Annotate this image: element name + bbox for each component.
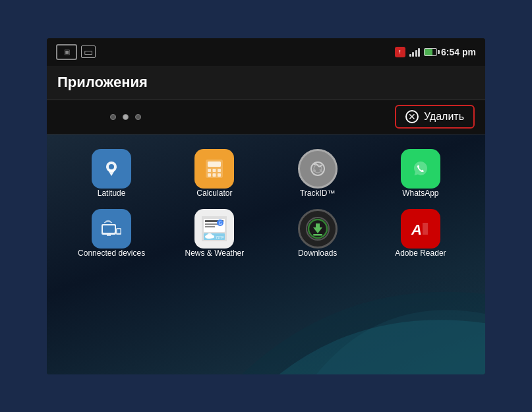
trackid-icon: [298, 149, 338, 189]
svg-rect-11: [218, 173, 221, 177]
downloads-icon: [298, 209, 338, 249]
svg-rect-7: [213, 169, 216, 172]
app-adobe-reader[interactable]: A Adobe Reader: [369, 202, 472, 263]
app-whatsapp[interactable]: WhatsApp: [369, 142, 472, 203]
news-weather-label: News & Weather: [185, 249, 244, 259]
svg-rect-25: [205, 226, 215, 227]
whatsapp-label: WhatsApp: [402, 189, 438, 199]
news-weather-icon-svg: G 72°F: [202, 216, 227, 241]
signal-bar-3: [415, 50, 417, 57]
status-left-icons: ▣ ▭: [56, 44, 96, 60]
phone-screen: ▣ ▭ ! 6:54 pm Приложения: [47, 38, 485, 374]
svg-point-12: [311, 162, 324, 175]
adobe-reader-icon-svg: A: [408, 216, 433, 241]
delete-label: Удалить: [424, 111, 464, 123]
svg-point-31: [209, 235, 214, 239]
notification-icon: !: [395, 47, 405, 57]
delete-button[interactable]: ✕ Удалить: [395, 105, 475, 129]
downloads-label: Downloads: [298, 249, 337, 259]
app-downloads[interactable]: Downloads: [266, 202, 369, 263]
dot-2[interactable]: [123, 114, 129, 120]
toolbar: ✕ Удалить: [47, 100, 485, 134]
connected-devices-icon: [92, 209, 131, 249]
latitude-icon: [92, 149, 131, 189]
dot-3[interactable]: [135, 114, 141, 120]
downloads-icon-svg: [305, 216, 330, 241]
whatsapp-icon-svg: [408, 156, 433, 181]
app-latitude[interactable]: Latitude: [60, 142, 163, 203]
connected-devices-icon-svg: [99, 216, 124, 241]
time-display: 6:54 pm: [441, 47, 476, 57]
photo-icon: ▣: [56, 44, 77, 60]
adobe-reader-label: Adobe Reader: [395, 249, 446, 259]
app-grid-area: Latitude Calculator: [47, 134, 485, 374]
svg-rect-36: [313, 234, 322, 236]
app-trackid[interactable]: TrackID™: [266, 142, 369, 203]
latitude-label: Latitude: [98, 189, 126, 199]
signal-bar-1: [409, 54, 411, 57]
svg-point-14: [313, 169, 316, 172]
svg-text:72°F: 72°F: [216, 235, 224, 239]
trackid-icon-svg: [305, 156, 330, 181]
calculator-icon: [194, 149, 234, 189]
app-news-weather[interactable]: G 72°F News & Weather: [163, 202, 266, 263]
svg-rect-17: [103, 225, 115, 233]
svg-rect-8: [218, 169, 221, 172]
whatsapp-icon: [401, 149, 440, 189]
svg-rect-10: [213, 173, 216, 177]
signal-bar-4: [418, 48, 420, 57]
delete-circle-icon: ✕: [405, 110, 419, 123]
app-grid: Latitude Calculator: [47, 134, 485, 268]
svg-rect-20: [117, 229, 121, 233]
svg-rect-18: [107, 235, 111, 236]
app-calculator[interactable]: Calculator: [163, 142, 266, 203]
news-weather-icon: G 72°F: [194, 209, 234, 249]
battery-icon: [424, 48, 437, 56]
title-bar: Приложения: [47, 66, 485, 100]
signal-icon: [409, 47, 421, 57]
svg-rect-6: [208, 169, 211, 172]
svg-marker-3: [107, 169, 115, 176]
svg-rect-24: [205, 223, 218, 225]
tablet-icon: ▭: [81, 45, 96, 58]
svg-rect-9: [208, 173, 211, 177]
status-bar: ▣ ▭ ! 6:54 pm: [47, 38, 485, 66]
trackid-label: TrackID™: [300, 189, 336, 199]
signal-bar-2: [412, 52, 414, 57]
svg-text:G: G: [219, 221, 222, 225]
page-title: Приложения: [57, 74, 148, 91]
battery-fill: [425, 49, 432, 55]
svg-text:A: A: [411, 221, 422, 238]
latitude-icon-svg: [99, 156, 124, 181]
page-dots: [110, 114, 141, 120]
status-right-icons: ! 6:54 pm: [395, 47, 476, 57]
svg-point-2: [109, 164, 114, 169]
calculator-icon-svg: [202, 156, 227, 181]
svg-rect-5: [208, 162, 221, 167]
connected-devices-label: Connected devices: [78, 249, 145, 259]
adobe-reader-icon: A: [401, 209, 440, 249]
dot-1[interactable]: [110, 114, 116, 120]
app-connected-devices[interactable]: Connected devices: [60, 202, 163, 263]
calculator-label: Calculator: [196, 189, 232, 199]
